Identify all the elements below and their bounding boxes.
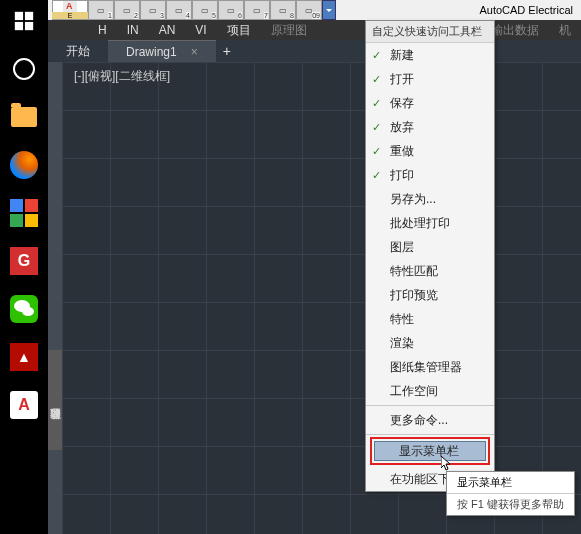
svg-rect-3 (25, 22, 33, 30)
app-menu-button[interactable]: E (52, 0, 88, 20)
qat-button-8[interactable]: ▭8 (270, 0, 296, 20)
menu-header: 自定义快速访问工具栏 (366, 21, 494, 43)
ribbon-tabs: H IN AN VI 项目 原理图 /输出数据 机 (48, 20, 581, 40)
os-taskbar: G ▲ A (0, 0, 48, 534)
svg-rect-0 (15, 12, 23, 20)
svg-rect-1 (25, 12, 33, 20)
document-tabs: 开始 Drawing1× + (48, 40, 581, 62)
explorer-icon[interactable] (5, 98, 43, 136)
tab-vi[interactable]: VI (185, 23, 216, 37)
qat-button-2[interactable]: ▭2 (114, 0, 140, 20)
qat-button-6[interactable]: ▭6 (218, 0, 244, 20)
menu-item-new[interactable]: ✓新建 (366, 43, 494, 67)
cortana-icon[interactable] (5, 50, 43, 88)
menu-item-workspace[interactable]: 工作空间 (366, 379, 494, 403)
tab-schematic[interactable]: 原理图 (261, 22, 317, 39)
start-button[interactable] (5, 2, 43, 40)
svg-rect-2 (15, 22, 23, 30)
menu-item-print[interactable]: ✓打印 (366, 163, 494, 187)
tab-an[interactable]: AN (149, 23, 186, 37)
app-window: E ▭1 ▭2 ▭3 ▭4 ▭5 ▭6 ▭7 ▭8 ▭09 AutoCAD El… (48, 0, 581, 534)
menu-separator (366, 434, 494, 435)
qat-button-1[interactable]: ▭1 (88, 0, 114, 20)
menu-item-layers[interactable]: 图层 (366, 235, 494, 259)
menu-item-open[interactable]: ✓打开 (366, 67, 494, 91)
color-app-icon[interactable] (5, 194, 43, 232)
project-manager-palette[interactable]: 项目管理器 (48, 350, 62, 450)
view-label: [-][俯视][二维线框] (74, 68, 170, 85)
menu-separator (366, 405, 494, 406)
wechat-icon[interactable] (5, 290, 43, 328)
red-app-icon[interactable]: G (5, 242, 43, 280)
menu-item-print-preview[interactable]: 打印预览 (366, 283, 494, 307)
tab-start[interactable]: 开始 (48, 40, 108, 62)
tab-drawing1[interactable]: Drawing1× (108, 40, 216, 62)
menu-item-batch-print[interactable]: 批处理打印 (366, 211, 494, 235)
tooltip-help: 按 F1 键获得更多帮助 (447, 494, 574, 515)
menu-item-match-props[interactable]: 特性匹配 (366, 259, 494, 283)
tab-project[interactable]: 项目 (217, 22, 261, 39)
menu-item-redo[interactable]: ✓重做 (366, 139, 494, 163)
tab-mach[interactable]: 机 (549, 22, 581, 39)
adobe-icon[interactable]: ▲ (5, 338, 43, 376)
quick-access-toolbar: ▭1 ▭2 ▭3 ▭4 ▭5 ▭6 ▭7 ▭8 ▭09 (88, 0, 336, 20)
tab-home[interactable]: H (88, 23, 117, 37)
menu-item-render[interactable]: 渲染 (366, 331, 494, 355)
drawing-canvas[interactable]: [-][俯视][二维线框] (62, 62, 581, 534)
firefox-icon[interactable] (5, 146, 43, 184)
qat-dropdown-trigger[interactable] (322, 0, 336, 20)
menu-item-properties[interactable]: 特性 (366, 307, 494, 331)
tooltip-title: 显示菜单栏 (447, 472, 574, 494)
highlighted-menu-item: 显示菜单栏 (370, 437, 490, 465)
menu-item-show-menubar[interactable]: 显示菜单栏 (374, 441, 486, 461)
menu-item-more-commands[interactable]: 更多命令... (366, 408, 494, 432)
tab-new[interactable]: + (216, 40, 238, 62)
qat-button-5[interactable]: ▭5 (192, 0, 218, 20)
tab-in[interactable]: IN (117, 23, 149, 37)
autocad-icon[interactable]: A (5, 386, 43, 424)
qat-button-7[interactable]: ▭7 (244, 0, 270, 20)
qat-button-9[interactable]: ▭09 (296, 0, 322, 20)
window-title: AutoCAD Electrical (479, 4, 573, 16)
menu-item-saveas[interactable]: 另存为... (366, 187, 494, 211)
qat-button-4[interactable]: ▭4 (166, 0, 192, 20)
menu-item-save[interactable]: ✓保存 (366, 91, 494, 115)
qat-customize-menu: 自定义快速访问工具栏 ✓新建 ✓打开 ✓保存 ✓放弃 ✓重做 ✓打印 另存为..… (365, 20, 495, 492)
menu-item-sheetset[interactable]: 图纸集管理器 (366, 355, 494, 379)
qat-button-3[interactable]: ▭3 (140, 0, 166, 20)
tooltip: 显示菜单栏 按 F1 键获得更多帮助 (446, 471, 575, 516)
menu-item-undo[interactable]: ✓放弃 (366, 115, 494, 139)
titlebar: E ▭1 ▭2 ▭3 ▭4 ▭5 ▭6 ▭7 ▭8 ▭09 AutoCAD El… (48, 0, 581, 20)
